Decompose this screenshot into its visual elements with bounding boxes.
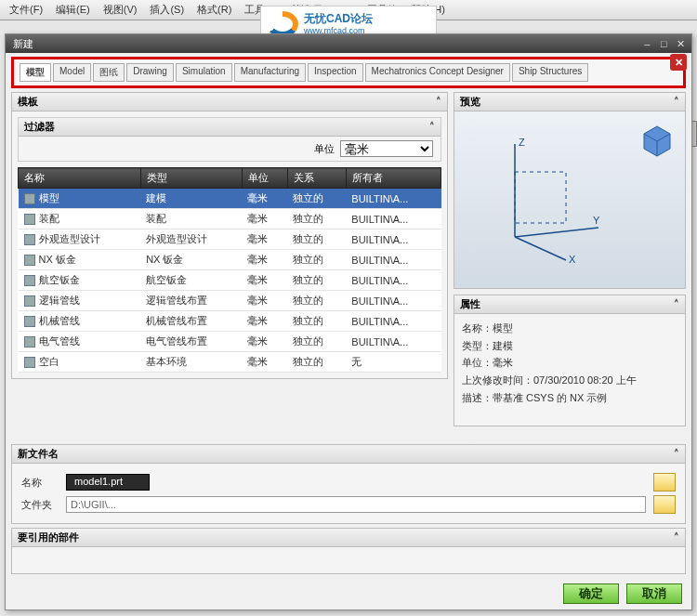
table-row[interactable]: 电气管线电气管线布置毫米独立的BUILTIN\A...: [19, 332, 441, 352]
tab-ship[interactable]: Ship Structures: [512, 63, 588, 82]
unit-select[interactable]: 毫米: [340, 140, 433, 157]
tab-drawing[interactable]: Drawing: [126, 63, 174, 82]
template-icon: [24, 193, 35, 204]
table-row[interactable]: 模型建模毫米独立的BUILTIN\A...: [19, 189, 441, 209]
template-icon: [24, 255, 35, 266]
filter-header: 过滤器: [24, 120, 55, 134]
table-row[interactable]: 逻辑管线逻辑管线布置毫米独立的BUILTIN\A...: [19, 291, 441, 311]
template-icon: [24, 275, 35, 286]
preview-panel: 预览˄ Z Y X: [454, 92, 686, 289]
close-icon[interactable]: ✕: [674, 38, 688, 50]
template-icon: [24, 357, 35, 368]
preview-3d-view[interactable]: Z Y X: [454, 111, 685, 288]
templates-panel: 模板˄ 过滤器˄ 单位 毫米 名称 类型 单位 关系 所有者: [11, 92, 448, 379]
col-type[interactable]: 类型: [140, 168, 242, 189]
folder-input[interactable]: D:\UGII\...: [66, 496, 646, 513]
reference-part-panel: 要引用的部件˄: [11, 528, 686, 574]
tab-drawing-cn[interactable]: 图纸: [93, 63, 125, 82]
template-icon: [24, 234, 35, 245]
prop-line: 描述：带基准 CSYS 的 NX 示例: [462, 389, 677, 407]
collapse-icon[interactable]: ˄: [429, 121, 435, 133]
isometric-cube-icon[interactable]: [638, 121, 676, 158]
collapse-icon[interactable]: ˄: [674, 298, 679, 310]
tab-model[interactable]: Model: [53, 63, 91, 82]
svg-text:X: X: [569, 254, 576, 265]
name-input[interactable]: model1.prt: [66, 474, 150, 491]
template-icon: [24, 316, 35, 327]
ok-button[interactable]: 确定: [563, 583, 619, 604]
prop-line: 名称：模型: [462, 320, 677, 337]
browse-folder-icon[interactable]: [653, 473, 676, 491]
maximize-icon[interactable]: □: [657, 38, 671, 49]
newfile-header: 新文件名: [18, 447, 59, 461]
dialog-button-bar: 确定 取消: [6, 578, 691, 609]
menu-item[interactable]: 编辑(E): [56, 3, 90, 17]
menu-item[interactable]: 文件(F): [9, 3, 43, 17]
collapse-icon[interactable]: ˄: [674, 96, 679, 108]
tab-model-cn[interactable]: 模型: [20, 63, 51, 82]
svg-line-4: [515, 237, 566, 260]
col-rel[interactable]: 关系: [287, 168, 346, 189]
prop-line: 类型：建模: [462, 337, 677, 355]
template-icon: [24, 295, 35, 307]
svg-text:Z: Z: [519, 137, 525, 148]
table-row[interactable]: 装配装配毫米独立的BUILTIN\A...: [19, 209, 441, 229]
logo-title: 无忧CAD论坛: [304, 13, 373, 25]
dialog-titlebar: 新建 – □ ✕: [6, 34, 691, 53]
menu-item[interactable]: 插入(S): [150, 3, 184, 17]
unit-label: 单位: [314, 142, 335, 156]
table-row[interactable]: NX 钣金NX 钣金毫米独立的BUILTIN\A...: [19, 250, 441, 270]
table-row[interactable]: 机械管线机械管线布置毫米独立的BUILTIN\A...: [19, 311, 441, 332]
collapse-icon[interactable]: ˄: [674, 448, 679, 460]
browse-folder-icon[interactable]: [653, 495, 676, 514]
template-icon: [24, 336, 35, 347]
table-row[interactable]: 外观造型设计外观造型设计毫米独立的BUILTIN\A...: [19, 229, 441, 250]
preview-header: 预览: [460, 95, 480, 109]
col-owner[interactable]: 所有者: [346, 168, 441, 189]
csys-axis-icon: Z Y X: [496, 135, 608, 265]
templates-header: 模板: [18, 95, 38, 109]
minimize-icon[interactable]: –: [640, 38, 654, 49]
properties-header: 属性: [460, 297, 480, 311]
dialog-title: 新建: [13, 37, 33, 51]
refpart-header: 要引用的部件: [18, 531, 79, 544]
highlight-close-icon[interactable]: ✕: [670, 54, 687, 71]
properties-panel: 属性˄ 名称：模型 类型：建模 单位：毫米 上次修改时间：07/30/2010 …: [454, 295, 686, 426]
col-name[interactable]: 名称: [19, 168, 141, 189]
table-row[interactable]: 空白基本环境毫米独立的无: [19, 352, 441, 373]
col-unit[interactable]: 单位: [242, 168, 287, 189]
svg-text:Y: Y: [593, 215, 600, 226]
prop-line: 上次修改时间：07/30/2010 08:20 上午: [462, 372, 677, 389]
tab-inspection[interactable]: Inspection: [308, 63, 363, 82]
name-label: 名称: [21, 476, 59, 490]
template-icon: [24, 214, 35, 225]
svg-line-2: [515, 228, 598, 237]
tab-simulation[interactable]: Simulation: [176, 63, 232, 82]
collapse-icon[interactable]: ˄: [436, 96, 441, 108]
table-row[interactable]: 航空钣金航空钣金毫米独立的BUILTIN\A...: [19, 270, 441, 291]
tab-mechatronics[interactable]: Mechatronics Concept Designer: [365, 63, 510, 82]
new-filename-panel: 新文件名˄ 名称 model1.prt 文件夹 D:\UGII\...: [11, 444, 686, 524]
collapse-icon[interactable]: ˄: [674, 531, 679, 544]
cancel-button[interactable]: 取消: [626, 583, 682, 604]
folder-label: 文件夹: [21, 498, 59, 512]
template-category-tabs: ✕ 模型 Model 图纸 Drawing Simulation Manufac…: [11, 57, 686, 88]
menu-item[interactable]: 格式(R): [197, 3, 231, 17]
templates-table: 名称 类型 单位 关系 所有者 模型建模毫米独立的BUILTIN\A...装配装…: [18, 167, 441, 373]
prop-line: 单位：毫米: [462, 354, 677, 372]
menu-item[interactable]: 视图(V): [103, 3, 138, 17]
new-file-dialog: 新建 – □ ✕ ✕ 模型 Model 图纸 Drawing Simulatio…: [5, 33, 692, 610]
tab-manufacturing[interactable]: Manufacturing: [234, 63, 306, 82]
svg-rect-6: [515, 172, 566, 223]
